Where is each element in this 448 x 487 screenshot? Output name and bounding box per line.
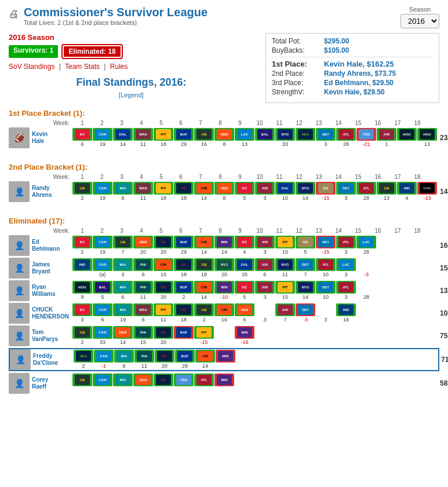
total-pot-row: Total Pot: $295.00 — [272, 37, 433, 45]
player-block: 👤James BryantINDCARMIAPHICINNEGBNYJDALAR… — [9, 258, 439, 279]
header-row: 🖨 Commissioner's Survivor League Total L… — [9, 6, 439, 28]
season-dropdown[interactable]: 2016 2015 2014 — [400, 14, 439, 28]
player-total: 148 — [440, 188, 448, 196]
player-total: 154 — [440, 264, 448, 272]
picks-area: HOUBALMIAPHINEBUFCINMINKCARIPITNYGDETATL… — [72, 281, 437, 301]
season-selector[interactable]: Season 2016 2015 2014 — [400, 6, 439, 28]
title-text: Commissioner's Survivor League Total Liv… — [24, 6, 207, 26]
page-subtitle: Total Lives: 2 (1st & 2nd place brackets… — [24, 19, 207, 26]
picks-area: KCCARMIAWASPITNEGBCINDENARIDETIND3619611… — [72, 303, 437, 324]
first-place-heading[interactable]: 1st Place Bracket (1): — [9, 109, 439, 118]
player-block: 👤Tom VanParysGBCARDENPHINEBUFPITMIN23314… — [9, 325, 439, 346]
player-name: Ryan Williams — [32, 284, 55, 298]
third-place-row: 3rd Place: Ed Behlmann, $29.50 — [272, 79, 433, 87]
total-pot-value: $295.00 — [324, 37, 349, 45]
player-block: 👤Randy AhrensGBCARMIAWASPITNECINDENKCARI… — [9, 181, 439, 202]
picks-area: GBCARDENPHINEBUFPITMIN233141520-15-16-10 — [72, 326, 437, 346]
picks-area: KCCARGBDENNEBUFCINMINKCARIPITNODETATLLAC… — [72, 236, 437, 256]
first-place-row: 1st Place: Kevin Hale, $162.25 — [272, 60, 433, 68]
second-place-value: Randy Ahrens, $73.75 — [324, 69, 396, 78]
total-pot-label: Total Pot: — [272, 37, 318, 45]
second-place-label: 2nd Place: — [272, 69, 318, 78]
second-place-row: 2nd Place: Randy Ahrens, $73.75 — [272, 69, 433, 78]
player-block: 👤Ryan WilliamsHOUBALMIAPHINEBUFCINMINKCA… — [9, 280, 439, 301]
standings-table: Total Pot: $295.00 BuyBacks: $105.00 1st… — [265, 33, 439, 103]
season-label: Season — [409, 6, 431, 13]
strengthv-label: StrengthV: — [272, 88, 318, 96]
second-place-heading[interactable]: 2nd Place Bracket (1): — [9, 163, 439, 171]
rules-link[interactable]: Rules — [110, 63, 128, 71]
info-area: 2016 Season Survivors: 1 Eliminated: 18 … — [9, 33, 439, 103]
strengthv-row: StrengthV: Kevin Hale, $29.50 — [272, 88, 433, 96]
main-content: 1st Place Bracket (1):Week:1234567891011… — [9, 109, 439, 394]
third-place-value: Ed Behlmann, $29.50 — [324, 79, 394, 87]
player-total: 234 — [440, 134, 448, 142]
final-standings-title: Final Standings, 2016: — [9, 76, 254, 89]
player-name: Tom VanParys — [32, 329, 58, 343]
third-place-label: 3rd Place: — [272, 79, 318, 87]
printer-icon[interactable]: 🖨 — [9, 8, 19, 20]
player-block: 🏈Kevin HaleKCCARDALWASPITBUFGBDENLACBALN… — [9, 127, 439, 148]
player-total: 108 — [440, 309, 448, 317]
eliminated-badge: Eliminated: 18 — [63, 45, 121, 58]
player-block: 👤Freddy Da'CloneSEACARMIAPHINEBUFCINMIN2… — [9, 348, 439, 371]
strengthv-value: Kevin Hale, $29.50 — [324, 88, 385, 96]
player-total: 132 — [440, 287, 448, 295]
season-heading: 2016 Season — [9, 33, 254, 42]
eliminated-heading[interactable]: Eliminated (17): — [9, 217, 439, 225]
picks-area: KCCARDALWASPITBUFGBDENLACBALNYGSEADETATL… — [72, 128, 437, 148]
player-block: 👤Corey RaeffGBCARMIADENNETENATLMIN58 — [9, 373, 439, 394]
player-block: 👤Ed BehlmannKCCARGBDENNEBUFCINMINKCARIPI… — [9, 235, 439, 256]
player-name: Corey Raeff — [32, 376, 48, 390]
picks-area: GBCARMIADENNETENATLMIN — [72, 374, 437, 394]
player-total: 71 — [441, 356, 448, 364]
badges: Survivors: 1 Eliminated: 18 — [9, 45, 254, 58]
player-name: Randy Ahrens — [32, 185, 52, 199]
buybacks-label: BuyBacks: — [272, 46, 318, 54]
stats-link[interactable]: Team Stats — [65, 63, 100, 71]
survivors-badge: Survivors: 1 — [9, 45, 58, 58]
page-title: Commissioner's Survivor League — [24, 6, 207, 19]
player-block: 👤CHUCK HENDERSONKCCARMIAWASPITNEGBCINDEN… — [9, 303, 439, 324]
picks-area: INDCARMIAPHICINNEGBNYJDALARINYGDETATLLAC… — [72, 258, 437, 279]
player-total: 75 — [440, 332, 447, 340]
page-wrapper: 🖨 Commissioner's Survivor League Total L… — [0, 0, 448, 401]
player-name: Kevin Hale — [32, 131, 48, 145]
picks-area: GBCARMIAWASPITNECINDENKCARIDALNYGNODETAT… — [72, 182, 437, 202]
picks-area: SEACARMIAPHINEBUFCINMIN2-1611202914-10 — [74, 350, 438, 370]
player-name: Freddy Da'Clone — [33, 353, 58, 367]
player-name: CHUCK HENDERSON — [32, 306, 69, 320]
player-total: 166 — [440, 241, 448, 250]
first-place-value: Kevin Hale, $162.25 — [324, 60, 394, 68]
legend-link[interactable]: [Legend] — [9, 91, 254, 98]
buybacks-value: $105.00 — [324, 46, 349, 54]
player-name: Ed Behlmann — [32, 239, 60, 252]
player-total: 58 — [440, 379, 447, 387]
first-place-label: 1st Place: — [272, 60, 318, 68]
nav-links: SoV Standings | Team Stats | Rules — [9, 63, 254, 71]
title-area: 🖨 Commissioner's Survivor League Total L… — [9, 6, 207, 26]
left-info: 2016 Season Survivors: 1 Eliminated: 18 … — [9, 33, 254, 103]
player-name: James Bryant — [32, 261, 50, 275]
buybacks-row: BuyBacks: $105.00 — [272, 46, 433, 54]
sov-link[interactable]: SoV Standings — [9, 63, 54, 71]
